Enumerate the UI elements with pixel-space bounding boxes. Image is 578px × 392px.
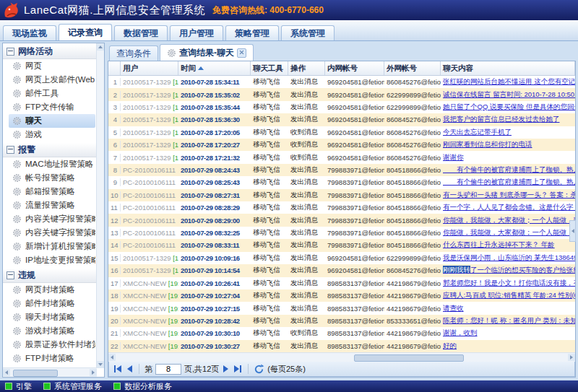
content-tab-2[interactable]: 查询结果-聊天 — [160, 44, 254, 61]
sidebar-item[interactable]: 聊天 — [9, 114, 95, 128]
table-row[interactable]: 1520100517-1329 [12010-07-29 10:09:16移动飞… — [108, 252, 575, 264]
scroll-left-arrow-icon[interactable] — [108, 354, 116, 361]
collapse-minus-icon[interactable] — [7, 271, 14, 279]
first-page-button[interactable] — [113, 364, 123, 374]
last-page-button[interactable] — [233, 364, 243, 374]
table-row[interactable]: 420100517-1329 [12010-07-28 15:36:30移动飞信… — [108, 113, 575, 126]
column-header-3[interactable]: 聊天工具 — [251, 61, 288, 75]
sidebar-item[interactable]: FTP封堵策略 — [9, 352, 95, 365]
chat-content-link[interactable]: 郭老师您好！我是小文！打你电话没有接，有 — [443, 279, 575, 287]
nav-tab-6[interactable]: 系统管理 — [281, 25, 335, 40]
scroll-left-arrow-icon[interactable] — [3, 369, 10, 376]
scrollbar-thumb[interactable] — [13, 370, 58, 377]
nav-tab-4[interactable]: 用户管理 — [170, 25, 223, 40]
scroll-right-arrow-icon[interactable] — [90, 369, 97, 376]
table-row[interactable]: 13PC-201001061112010-07-29 08:32:25移动飞信发… — [108, 227, 575, 239]
chat-content-link[interactable]: 谢谢，收到 — [443, 328, 478, 336]
sidebar-item[interactable]: 邮件工具 — [9, 87, 95, 100]
chat-content-link[interactable]: 刚回家看到信息和你打的电话 — [443, 140, 532, 148]
chat-content-link[interactable]: 有个偷牛的被官府逮捕而上了枷锁。熟人! — [443, 165, 575, 173]
grid-horizontal-scrollbar[interactable] — [108, 352, 575, 362]
column-header-4[interactable]: 操作 — [288, 61, 325, 75]
sidebar-item[interactable]: 网页 — [9, 59, 95, 73]
sidebar-item[interactable]: 股票证券软件封堵策略 — [9, 338, 95, 352]
chat-content-link[interactable]: 你能做，我能做，大家都做；一个人能做，两 — [443, 216, 575, 224]
next-page-button[interactable] — [222, 364, 230, 374]
sidebar-item[interactable]: 游戏 — [9, 128, 95, 141]
table-row[interactable]: 1620100517-1329 [12010-07-29 10:14:54移动飞… — [108, 264, 575, 276]
table-row[interactable]: 12PC-201001061112010-07-29 08:29:00移动飞信发… — [108, 214, 575, 226]
sidebar-item[interactable]: 游戏封堵策略 — [9, 324, 95, 338]
sidebar-item[interactable]: 流量报警策略 — [9, 199, 95, 212]
chat-content-link[interactable]: 有个偷牛的被官府逮捕而上了枷锁。熟人! — [443, 178, 575, 186]
sidebar-item[interactable]: FTP文件传输 — [9, 100, 95, 114]
prev-page-button[interactable] — [126, 364, 134, 374]
chat-content-link[interactable]: 有一个字，人人见了都会念错。这是什么字？ — [443, 203, 575, 211]
sidebar-vertical-scrollbar[interactable] — [96, 43, 104, 368]
sidebar-item[interactable]: 内容关键字报警策略.网 — [9, 212, 95, 226]
sidebar-horizontal-scrollbar[interactable] — [3, 367, 97, 377]
column-header-2[interactable]: 时间 — [178, 61, 251, 75]
sidebar-item[interactable]: IP地址变更报警策略 — [9, 253, 95, 267]
chat-content-link[interactable]: 我是沃保网小雨，山东临沂的 某先生1386497 — [443, 253, 575, 261]
column-header-1[interactable]: 用户 — [121, 61, 178, 75]
chat-content-link[interactable]: 她只留了个QQ 说要买保险 但是具体的您回去 — [443, 103, 575, 110]
refresh-icon[interactable] — [254, 364, 264, 375]
table-row[interactable]: 11PC-201001061112010-07-29 08:28:29移动飞信发… — [108, 201, 575, 214]
nav-tab-5[interactable]: 策略管理 — [225, 25, 279, 40]
panel-collapse-handle[interactable] — [569, 220, 576, 242]
sidebar-item[interactable]: 帐号报警策略 — [9, 171, 95, 185]
table-row[interactable]: 620100517-1329 [12010-07-28 17:20:27移动飞信… — [108, 139, 575, 151]
table-row[interactable]: 720100517-1329 [12010-07-28 17:21:32移动飞信… — [108, 151, 575, 163]
table-row[interactable]: 20XMCCN-NEW [19:2010-07-29 10:28:42移动飞信发… — [108, 315, 575, 327]
scroll-up-arrow-icon[interactable] — [97, 43, 104, 51]
sidebar-item[interactable]: 聊天封堵策略 — [9, 310, 95, 324]
table-row[interactable]: 320100517-1329 [12010-07-28 15:35:44移动飞信… — [108, 101, 575, 113]
sidebar-item[interactable]: 网页封堵策略 — [9, 283, 95, 297]
table-row[interactable]: 19XMCCN-NEW [19:2010-07-29 10:27:15移动飞信发… — [108, 302, 575, 314]
table-row[interactable]: 21XMCCN-NEW [19:2010-07-29 10:30:10移动飞信收… — [108, 327, 575, 339]
nav-tab-2[interactable]: 记录查询 — [59, 24, 112, 40]
chat-content-link[interactable]: 今天出去忘记带手机了 — [443, 128, 512, 136]
table-row[interactable]: 8PC-201001061112010-07-29 08:24:43移动飞信发出… — [108, 164, 575, 176]
chat-content-link[interactable]: 什么东西往上升永远掉不下来？ 年龄 — [443, 240, 555, 248]
table-row[interactable]: 220100517-1329 [12010-07-28 15:35:02移动飞信… — [108, 88, 575, 100]
collapse-minus-icon[interactable] — [7, 146, 14, 154]
table-row[interactable]: 22XMCCN-NEW [19:2010-07-29 10:30:27移动飞信发… — [108, 340, 575, 352]
table-row[interactable]: 120100517-1329 [12010-07-28 15:34:11移动飞信… — [108, 76, 575, 88]
sidebar-item[interactable]: 邮件封堵策略 — [9, 297, 95, 310]
tree-section-header[interactable]: 违规 — [3, 269, 97, 283]
collapse-minus-icon[interactable] — [7, 48, 14, 56]
chat-content-link[interactable]: 请查收 — [443, 304, 464, 312]
page-number-input[interactable] — [155, 364, 181, 375]
sidebar-item[interactable]: 新增计算机报警策略 — [9, 240, 95, 253]
sidebar-item[interactable]: 邮箱报警策略 — [9, 185, 95, 199]
scroll-right-arrow-icon[interactable] — [568, 354, 575, 361]
chat-content-link[interactable]: 张红暎的网站后台她不懂运用 这个您有空记得 — [443, 77, 575, 85]
column-header-7[interactable]: 聊天内容 — [441, 61, 575, 75]
nav-tab-1[interactable]: 现场监视 — [3, 25, 56, 40]
table-row[interactable]: 18XMCCN-NEW [19:2010-07-29 10:27:04移动飞信发… — [108, 289, 575, 302]
table-row[interactable]: 14PC-201001061112010-07-29 08:33:11移动飞信发… — [108, 239, 575, 251]
chat-content-link[interactable]: 你能做，我能做，大家都做；一个人能做，两 — [443, 228, 575, 236]
sidebar-item[interactable]: 网页上发邮件(Web Mai — [9, 73, 95, 87]
table-row[interactable]: 17XMCCN-NEW [19:2010-07-29 10:26:41移动飞信发… — [108, 277, 575, 289]
table-row[interactable]: 9PC-201001061112010-07-29 08:25:43移动飞信发出… — [108, 176, 575, 188]
sidebar-item[interactable]: 内容关键字报警策略.邮 — [9, 226, 95, 240]
chat-content-link[interactable]: 谢谢你 — [443, 153, 464, 161]
column-header-6[interactable]: 外网帐号 — [384, 61, 441, 75]
scroll-down-arrow-icon[interactable] — [97, 361, 104, 368]
table-row[interactable]: 10PC-201001061112010-07-29 08:27:31移动飞信发… — [108, 189, 575, 201]
column-header-5[interactable]: 内网帐号 — [325, 61, 384, 75]
chat-content-link[interactable]: 陈老师：您好！昵 称：匿名用户 类别：未知 — [443, 316, 575, 324]
nav-tab-3[interactable]: 数据管理 — [114, 25, 168, 40]
tree-section-header[interactable]: 报警 — [3, 143, 97, 157]
content-tab-1[interactable]: 查询条件 — [109, 45, 158, 61]
chat-content-link[interactable]: 诚信保在线留言 留言时间: 2010-7-28 10:50:0 — [443, 90, 575, 98]
close-icon[interactable] — [237, 48, 246, 58]
chat-content-link[interactable]: 有一头驴和一头猪 到底杀哪一头？ 答案：杀猪 — [443, 191, 575, 199]
table-row[interactable]: 520100517-1329 [12010-07-28 17:20:05移动飞信… — [108, 126, 575, 139]
chat-content-link[interactable]: 我把客户的留言信息已经发过去给她了 — [443, 115, 560, 123]
scrollbar-thumb[interactable] — [354, 354, 464, 362]
chat-content-link[interactable]: 好的 — [443, 341, 457, 349]
